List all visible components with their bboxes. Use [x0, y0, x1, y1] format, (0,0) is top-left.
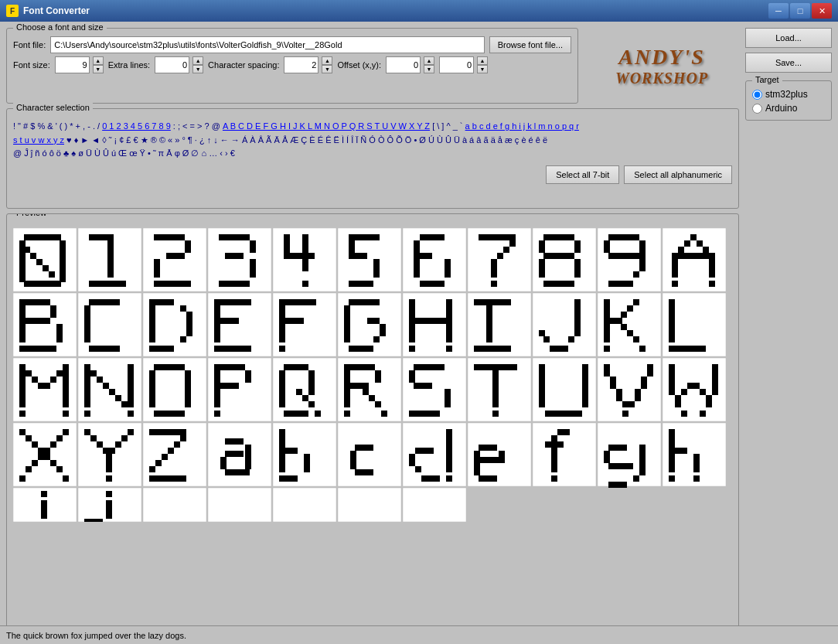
svg-rect-629: [641, 377, 647, 383]
svg-rect-780: [499, 457, 505, 463]
svg-rect-567: [381, 411, 387, 417]
extra-lines-down[interactable]: ▼: [192, 65, 203, 73]
svg-rect-270: [149, 299, 155, 305]
svg-rect-299: [214, 318, 220, 324]
svg-rect-265: [95, 346, 101, 352]
svg-rect-261: [84, 324, 90, 330]
stm32plus-radio-row: stm32plus: [752, 89, 825, 100]
svg-rect-309: [233, 346, 239, 352]
svg-rect-700: [162, 454, 168, 460]
svg-rect-153: [491, 271, 497, 278]
svg-rect-508: [227, 364, 233, 370]
svg-rect-503: [172, 411, 179, 417]
svg-rect-740: [285, 475, 291, 482]
svg-rect-544: [302, 411, 308, 417]
svg-rect-581: [445, 401, 451, 407]
svg-rect-731: [285, 448, 291, 454]
svg-rect-208: [678, 247, 684, 253]
svg-rect-90: [302, 234, 308, 240]
svg-rect-549: [356, 364, 363, 370]
svg-rect-48: [120, 281, 126, 287]
font-file-row: Font file: Browse font file...: [13, 36, 571, 53]
svg-rect-562: [344, 395, 350, 401]
offset-y-down[interactable]: ▼: [477, 65, 488, 73]
minimize-button[interactable]: ─: [768, 3, 789, 19]
svg-rect-383: [486, 330, 492, 336]
maximize-button[interactable]: □: [790, 3, 810, 19]
svg-rect-148: [509, 240, 516, 247]
char-spacing-input[interactable]: [284, 56, 319, 73]
svg-rect-19: [43, 265, 49, 271]
svg-rect-428: [669, 330, 675, 336]
font-size-down[interactable]: ▼: [93, 65, 104, 73]
svg-rect-396: [574, 324, 581, 330]
svg-rect-843: [90, 519, 97, 522]
svg-rect-408: [627, 305, 633, 312]
svg-rect-596: [492, 377, 499, 383]
offset-y-up[interactable]: ▲: [477, 56, 488, 65]
font-path-input[interactable]: [50, 36, 484, 53]
stm32plus-radio[interactable]: [752, 90, 762, 100]
svg-rect-840: [106, 506, 112, 513]
select-alphanum-button[interactable]: Select all alphanumeric: [624, 165, 732, 184]
arduino-label[interactable]: Arduino: [765, 103, 797, 114]
offset-x-input[interactable]: [386, 56, 421, 73]
svg-rect-496: [149, 395, 155, 401]
svg-rect-695: [174, 429, 180, 435]
arduino-radio-row: Arduino: [752, 103, 825, 114]
svg-rect-18: [19, 265, 26, 271]
char-spacing-up[interactable]: ▲: [322, 56, 332, 65]
svg-rect-77: [225, 253, 231, 259]
svg-rect-14: [60, 253, 66, 259]
svg-rect-642: [669, 370, 675, 377]
select-7bit-button[interactable]: Select all 7-bit: [546, 165, 619, 184]
svg-rect-751: [367, 469, 373, 475]
title-bar-controls: ─ □ ✕: [768, 3, 832, 19]
svg-rect-186: [633, 234, 639, 240]
extra-lines-input[interactable]: [155, 56, 189, 73]
svg-rect-331: [355, 299, 361, 305]
font-size-input[interactable]: [55, 56, 90, 73]
svg-rect-514: [245, 377, 251, 383]
svg-rect-790: [545, 441, 551, 448]
svg-rect-475: [115, 395, 121, 401]
extra-lines-up[interactable]: ▲: [192, 56, 203, 65]
load-button[interactable]: Load...: [745, 28, 832, 48]
svg-rect-628: [610, 377, 616, 383]
svg-rect-249: [38, 346, 44, 352]
svg-rect-344: [344, 336, 350, 342]
stm32plus-label[interactable]: stm32plus: [765, 89, 808, 100]
arduino-radio[interactable]: [752, 104, 762, 114]
svg-rect-833: [41, 491, 47, 497]
svg-rect-512: [245, 370, 251, 377]
svg-rect-325: [279, 324, 285, 330]
close-button[interactable]: ✕: [812, 3, 832, 19]
svg-rect-125: [438, 234, 445, 240]
font-size-up[interactable]: ▲: [93, 56, 104, 65]
svg-rect-635: [635, 395, 641, 401]
char-spacing-down[interactable]: ▼: [322, 65, 332, 73]
svg-rect-110: [349, 247, 355, 253]
svg-rect-175: [574, 271, 581, 278]
svg-rect-26: [24, 281, 30, 287]
svg-rect-228: [32, 299, 38, 305]
svg-rect-684: [103, 448, 109, 454]
left-panel: Choose a font and size Font file: Browse…: [6, 28, 739, 638]
offset-y-input[interactable]: [439, 56, 474, 73]
svg-rect-315: [291, 299, 298, 305]
offset-x-down[interactable]: ▼: [424, 65, 434, 73]
svg-rect-411: [604, 318, 610, 324]
svg-rect-669: [38, 454, 44, 460]
offset-y-spinner: ▲ ▼: [439, 56, 488, 73]
svg-rect-311: [245, 346, 251, 352]
browse-font-button[interactable]: Browse font file...: [489, 36, 571, 53]
svg-rect-719: [245, 457, 251, 463]
svg-rect-607: [539, 377, 545, 383]
svg-rect-715: [231, 451, 237, 457]
svg-rect-691: [149, 429, 155, 435]
svg-rect-236: [26, 318, 32, 324]
svg-rect-172: [539, 265, 545, 271]
save-button[interactable]: Save...: [745, 53, 832, 73]
char-grid[interactable]: ! " # $ % & ' ( ) * + , - . / 0 1 2 3 4 …: [13, 120, 732, 161]
offset-x-up[interactable]: ▲: [424, 56, 434, 65]
